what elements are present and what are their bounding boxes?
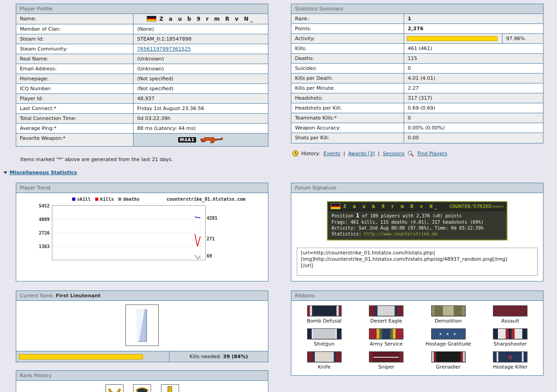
shotgun-ribbon-icon — [307, 328, 341, 339]
demolition-ribbon-icon — [431, 305, 465, 316]
steam-community-link[interactable]: 76561197997361525 — [137, 46, 191, 52]
ribbons-panel: Ribbons Bomb Defusal Desert Eagle Demoli… — [291, 291, 543, 376]
table-row: Points: 2,376 — [291, 24, 543, 34]
second-lieutenant-rank-icon — [161, 384, 179, 392]
counter-strike-source-logo: COUNTER/STRIKESOURCE — [450, 203, 504, 209]
ribbon-label: Hostage Gratitude — [417, 341, 479, 347]
ribbon-item: Army Service — [355, 328, 418, 347]
table-row: Real Name: (Unknown) — [16, 54, 268, 64]
table-row: Homepage: (Not specified) — [16, 74, 268, 84]
history-icon — [292, 150, 299, 157]
signature-line-activity: Activity: Sat 2nd Aug 00:00 (97.96%), Ti… — [331, 225, 503, 231]
table-row: Last Connect:* Friday 1st August 23:36:5… — [16, 104, 268, 114]
events-link[interactable]: Events — [323, 151, 340, 157]
table-row-activity: Activity: 97.96% — [291, 34, 543, 44]
table-row: Teammate Kills:* 0 — [291, 113, 543, 123]
ribbon-label: Desert Eagle — [355, 318, 418, 324]
deaths-legend-swatch — [118, 198, 121, 201]
sessions-link[interactable]: Sessions — [383, 151, 405, 157]
counterstrike-de-link[interactable]: http://www.counterstrike.de — [364, 231, 437, 236]
table-row: Kills: 461 (461) — [291, 44, 543, 54]
table-row: Kills per Minute: 2.27 — [291, 83, 543, 93]
signature-bbcode-box[interactable]: [url=http://counterstrike_01.hlstatsx.co… — [297, 248, 538, 276]
player-name: Z a u b 9 r m R v N_ — [133, 14, 268, 24]
awards-link[interactable]: Awards [3] — [348, 151, 375, 157]
points-value: 2,376 — [404, 24, 543, 33]
svg-text:1363: 1363 — [39, 244, 50, 249]
chart-legend: skill kills deaths counterstrike_01.hlst… — [68, 197, 266, 202]
m4a1-rifle-icon — [200, 135, 223, 144]
signature-image: Z a u b 9 r m R v N_ COUNTER/STRIKESOURC… — [327, 201, 507, 240]
table-row: Headshots: 317 (317) — [291, 93, 543, 103]
first-lieutenant-rank-icon — [125, 304, 159, 346]
middle-row: Player Trend skill kills deaths counters… — [16, 183, 553, 281]
table-row: Deaths: 115 — [291, 54, 543, 64]
table-row: Name: Z a u b 9 r m R v N_ — [16, 14, 268, 24]
hostage-killer-ribbon-icon: ⊘ — [493, 351, 527, 362]
sharpshooter-ribbon-icon — [493, 328, 527, 339]
link-separator: | — [378, 151, 380, 157]
skill-legend-swatch — [72, 198, 75, 201]
activity-bar-track — [404, 34, 502, 43]
ribbon-label: Sniper — [355, 364, 418, 370]
history-label: History: — [301, 151, 320, 157]
player-profile-title: Player Profile — [16, 4, 268, 14]
signature-line-position: Position 1 of 189 players with 2,376 (●0… — [331, 213, 503, 219]
statistics-summary-panel: Statistics Summary Rank: 1 Points: 2,376… — [291, 4, 543, 143]
svg-text:2726: 2726 — [39, 231, 50, 235]
rank-progress-fill — [19, 354, 143, 360]
ribbon-item: Desert Eagle — [355, 305, 418, 324]
table-row: Steam Id: STEAM_0:1:18547898 — [16, 34, 268, 44]
table-row: Kills per Death: 4.01 (4.01) — [291, 74, 543, 83]
desert-eagle-ribbon-icon — [369, 305, 403, 316]
player-trend-title: Player Trend — [16, 183, 268, 193]
find-players-link[interactable]: Find Players — [417, 151, 447, 157]
private-rank-icon — [106, 384, 124, 392]
ribbon-label: Shotgun — [293, 341, 355, 347]
army-service-ribbon-icon — [369, 328, 403, 339]
top-row: Player Profile Name: Z a u b 9 r m R v N… — [16, 4, 553, 162]
ribbon-label: Assault — [479, 318, 542, 324]
kills-needed: Kills needed: 39 (84%) — [170, 351, 268, 362]
assault-ribbon-icon — [493, 305, 527, 316]
deaths-legend-label: deaths — [123, 197, 139, 202]
ribbon-label: Army Service — [355, 341, 418, 347]
ribbon-item: Grenadier — [417, 351, 479, 370]
skill-end-label: 4201 — [207, 216, 217, 221]
activity-bar-fill — [407, 36, 497, 41]
table-row: Member of Clan: (None) — [16, 24, 268, 34]
forum-signature-panel: Forum Signature Z a u b 9 r m R v N_ COU… — [291, 183, 543, 281]
signature-player-name: Z a u b 9 r m R v N_ — [343, 203, 450, 209]
table-row: Player Id: 48,937 — [16, 94, 268, 104]
find-players-magnifier-icon — [407, 150, 414, 157]
ribbon-label: Sharpshooter — [479, 341, 542, 347]
table-row: Rank: 1 — [291, 14, 543, 24]
player-trend-panel: Player Trend skill kills deaths counters… — [16, 183, 268, 281]
svg-text:4089: 4089 — [39, 217, 50, 222]
table-row: Suicides: 0 — [291, 64, 543, 74]
ribbons-title: Ribbons — [291, 291, 543, 301]
activity-percent: 97.96% — [502, 34, 529, 43]
asterisk-note: Items marked "*" above are generated fro… — [20, 157, 268, 162]
misc-statistics-line: Miscellaneous Statistics — [4, 170, 553, 175]
statistics-summary-title: Statistics Summary — [291, 4, 543, 14]
table-row: Average Ping:* 88 ms (Latency: 44 ms) — [16, 124, 268, 134]
ribbon-label: Hostage Killer — [479, 364, 542, 370]
ribbon-label: Knife — [293, 364, 355, 370]
player-trend-chart: 5452 4089 2726 1363 4201 271 69 — [18, 202, 265, 265]
table-row: Headshots per Kill: 0.69 (0.69) — [291, 103, 543, 113]
history-links-line: History: Events | Awards [3] | Sessions … — [292, 150, 543, 157]
private-first-class-rank-icon — [133, 384, 151, 392]
ribbon-label: Grenadier — [417, 364, 479, 370]
signature-line-statistics: Statistics: http://www.counterstrike.de — [331, 231, 503, 237]
current-rank-name: First Lieutenant — [56, 293, 101, 299]
table-row: Weapon Accuracy: 0.00% (0.00%) — [291, 123, 543, 133]
ribbon-item: Knife — [293, 351, 355, 370]
germany-flag-icon — [147, 16, 157, 22]
ribbon-label: Bomb Defusal — [293, 318, 355, 324]
kills-end-label: 271 — [207, 236, 215, 241]
link-separator: | — [343, 151, 345, 157]
miscellaneous-statistics-link[interactable]: Miscellaneous Statistics — [9, 170, 77, 175]
grenadier-ribbon-icon — [431, 351, 465, 362]
triangle-down-icon — [4, 171, 7, 174]
